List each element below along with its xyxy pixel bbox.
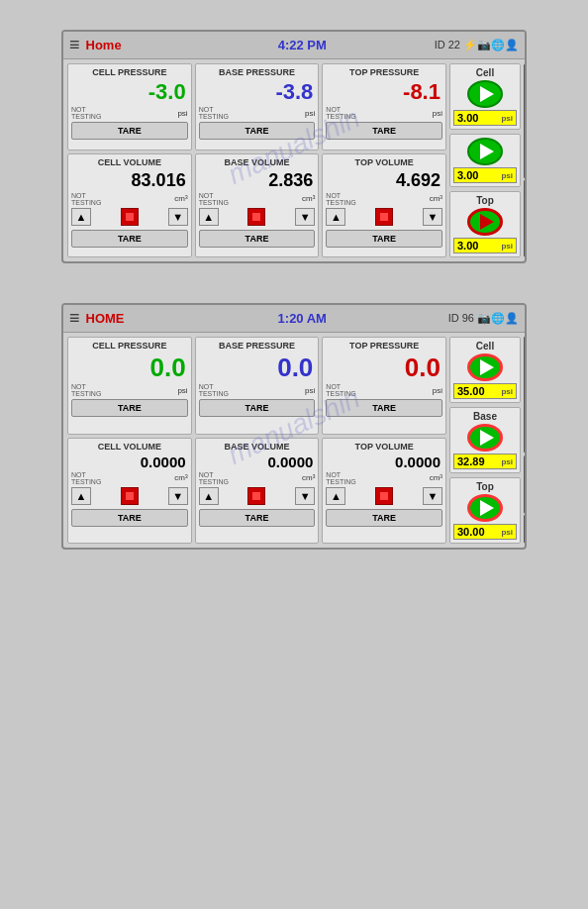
top-volume-down[interactable]: ▼ <box>423 208 442 226</box>
sidebar-base-section2: Base 32.89 psi <box>449 407 521 473</box>
cell-play-button[interactable] <box>467 80 503 108</box>
cell-volume-status-row: NOTTESTING cm³ <box>71 192 188 206</box>
base-volume-down2[interactable]: ▼ <box>295 487 315 505</box>
top-volume-up2[interactable]: ▲ <box>326 487 345 505</box>
cell-pressure-status2: NOTTESTING <box>71 383 101 397</box>
base-volume-status-row2: NOTTESTING cm³ <box>199 471 316 485</box>
base-pressure-tare[interactable]: TARE <box>199 122 316 140</box>
cell-pressure-tare[interactable]: TARE <box>71 122 188 140</box>
screen1: ≡ Home 4:22 PM ID 22 ⚡📷🌐👤 CELL PRESSURE … <box>61 30 527 263</box>
base-pressure-panel2: BASE PRESSURE 0.0 NOTTESTING psi TARE <box>195 337 320 435</box>
cell-volume-up[interactable]: ▲ <box>71 208 91 226</box>
top-volume-unit2: cm³ <box>430 473 442 482</box>
cell-volume-up2[interactable]: ▲ <box>71 487 91 505</box>
top-psi-input[interactable]: 3.00 psi <box>453 238 517 253</box>
base-psi-input2[interactable]: 32.89 psi <box>453 454 517 469</box>
base-psi-unit: psi <box>501 171 513 180</box>
base-volume-stop[interactable] <box>247 208 265 226</box>
sidebar-top-section2: Top 30.00 psi <box>449 477 521 544</box>
base-pressure-status-row: NOTTESTING psi <box>199 106 316 120</box>
top-play-button[interactable] <box>467 208 503 236</box>
top-volume-status: NOTTESTING <box>326 192 355 206</box>
top-psi-value: 3.00 <box>457 240 478 252</box>
cell-pressure-tare2[interactable]: TARE <box>71 399 188 417</box>
cell-volume-stop2[interactable] <box>121 487 139 505</box>
top-volume-up[interactable]: ▲ <box>326 208 345 226</box>
menu-icon2[interactable]: ≡ <box>69 308 80 329</box>
base-psi-unit2: psi <box>501 457 513 466</box>
cell-volume-value: 83.016 <box>71 169 188 191</box>
sidebar-cell-section2: Cell 35.00 psi <box>449 337 521 403</box>
base-volume-tare2[interactable]: TARE <box>199 509 316 527</box>
id-display: ID 22 ⚡📷🌐👤 <box>411 39 519 51</box>
sidebar1: PRESSURE FILL Cell 3.00 psi <box>449 63 521 257</box>
base-volume-title2: BASE VOLUME <box>199 442 316 452</box>
cell-pressure-panel2: CELL PRESSURE 0.0 NOTTESTING psi TARE <box>67 337 192 435</box>
top-psi-input2[interactable]: 30.00 psi <box>453 524 517 540</box>
sidebar-base-label2: Base <box>473 411 497 422</box>
base-pressure-status2: NOTTESTING <box>199 383 229 397</box>
base-volume-stop2[interactable] <box>247 487 265 505</box>
base-play-button[interactable] <box>467 138 503 165</box>
cell-volume-title: CELL VOLUME <box>71 157 188 167</box>
base-volume-unit2: cm³ <box>302 473 315 482</box>
cell-volume-stop[interactable] <box>121 208 139 226</box>
base-volume-value: 2.836 <box>199 169 316 191</box>
top-pressure-title2: TOP PRESSURE <box>326 341 442 351</box>
base-psi-input[interactable]: 3.00 psi <box>453 167 517 183</box>
cell-volume-unit: cm³ <box>174 194 187 203</box>
top-volume-down2[interactable]: ▼ <box>423 487 442 505</box>
cell-volume-down[interactable]: ▼ <box>168 208 188 226</box>
cell-pressure-status: NOTTESTING <box>71 106 101 120</box>
cell-volume-tare2[interactable]: TARE <box>71 509 188 527</box>
top-play-button2[interactable] <box>467 494 503 522</box>
top-play-icon <box>480 214 494 230</box>
header2: ≡ HOME 1:20 AM ID 96 📷🌐👤 <box>63 305 525 333</box>
base-pressure-title: BASE PRESSURE <box>199 67 316 77</box>
cell-volume-status2: NOTTESTING <box>71 471 101 485</box>
cell-pressure-unit: psi <box>177 109 187 118</box>
base-volume-tare[interactable]: TARE <box>199 230 316 248</box>
load-vert-label2: LOAD <box>524 515 527 544</box>
top-volume-status-row2: NOTTESTING cm³ <box>326 471 442 485</box>
top-psi-unit2: psi <box>501 528 513 537</box>
base-volume-title: BASE VOLUME <box>199 157 316 167</box>
cell-play-button2[interactable] <box>467 354 503 381</box>
top-pressure-tare2[interactable]: TARE <box>326 399 442 417</box>
top-pressure-panel: TOP PRESSURE -8.1 NOTTESTING psi TARE <box>322 63 446 151</box>
top-pressure-tare[interactable]: TARE <box>326 122 442 140</box>
panels-grid1: CELL PRESSURE -3.0 NOTTESTING psi TARE B… <box>67 63 446 257</box>
base-play-button2[interactable] <box>467 424 503 452</box>
cell-volume-panel: CELL VOLUME 83.016 NOTTESTING cm³ ▲ ▼ TA… <box>67 153 192 258</box>
sidebar-base-section: 3.00 psi <box>449 134 521 187</box>
base-volume-up[interactable]: ▲ <box>199 208 219 226</box>
time-display2: 1:20 AM <box>194 311 411 326</box>
top-volume-title2: TOP VOLUME <box>326 442 442 452</box>
base-volume-panel2: BASE VOLUME 0.0000 NOTTESTING cm³ ▲ ▼ TA… <box>195 438 320 545</box>
cell-play-icon <box>480 86 494 102</box>
base-pressure-tare2[interactable]: TARE <box>199 399 316 417</box>
top-volume-status2: NOTTESTING <box>326 471 355 485</box>
cell-psi-input[interactable]: 3.00 psi <box>453 110 517 126</box>
panels-grid2: CELL PRESSURE 0.0 NOTTESTING psi TARE BA… <box>67 337 446 544</box>
top-volume-panel: TOP VOLUME 4.692 NOTTESTING cm³ ▲ ▼ TARE <box>322 153 446 258</box>
header1: ≡ Home 4:22 PM ID 22 ⚡📷🌐👤 <box>63 32 525 59</box>
menu-icon[interactable]: ≡ <box>69 35 80 55</box>
cell-psi-value2: 35.00 <box>457 385 485 397</box>
cell-pressure-panel: CELL PRESSURE -3.0 NOTTESTING psi TARE <box>67 63 192 151</box>
cell-volume-down2[interactable]: ▼ <box>168 487 188 505</box>
top-volume-stop2[interactable] <box>375 487 393 505</box>
cell-psi-unit: psi <box>501 114 513 123</box>
top-pressure-unit2: psi <box>433 386 442 395</box>
cell-psi-input2[interactable]: 35.00 psi <box>453 383 517 399</box>
cell-volume-tare[interactable]: TARE <box>71 230 188 248</box>
cell-psi-unit2: psi <box>501 387 513 396</box>
top-volume-tare2[interactable]: TARE <box>326 509 442 527</box>
base-pressure-unit: psi <box>305 109 315 118</box>
cell-pressure-unit2: psi <box>177 386 187 395</box>
cell-play-icon2 <box>480 359 494 375</box>
base-volume-up2[interactable]: ▲ <box>199 487 219 505</box>
top-volume-stop[interactable] <box>375 208 393 226</box>
top-volume-tare[interactable]: TARE <box>326 230 442 248</box>
base-volume-down[interactable]: ▼ <box>295 208 315 226</box>
